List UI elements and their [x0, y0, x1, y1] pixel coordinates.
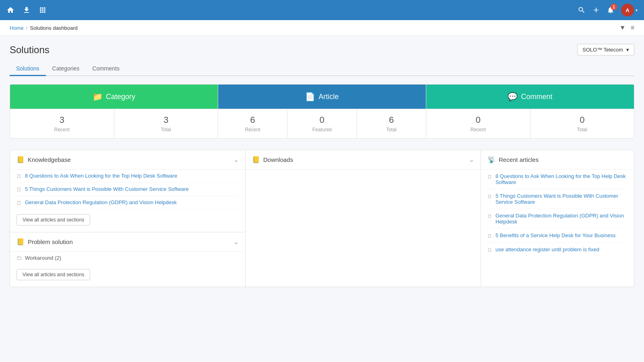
list-item: 🗋 General Data Protection Regulation (GD… — [487, 209, 627, 229]
article-file-icon: 🗋 — [17, 186, 22, 192]
notifications-icon[interactable]: 1 — [607, 6, 615, 14]
recent-articles-panel: 📡 Recent articles 🗋 8 Questions to Ask W… — [481, 150, 634, 287]
avatar-caret-icon: ▾ — [636, 8, 638, 12]
knowledgebase-toggle-icon[interactable]: ⌄ — [233, 156, 239, 163]
tab-solutions[interactable]: Solutions — [10, 62, 46, 76]
problem-solution-toggle-icon[interactable]: ⌄ — [233, 238, 239, 246]
list-item: 🗋 5 Things Customers Want is Possible Wi… — [487, 189, 627, 209]
list-item: 🗋 General Data Protection Regulation (GD… — [17, 196, 239, 209]
tab-categories[interactable]: Categories — [46, 62, 86, 76]
downloads-empty — [246, 170, 481, 186]
recent-doc-icon: 🗋 — [487, 174, 492, 180]
recent-articles-title: 📡 Recent articles — [487, 156, 539, 163]
main-content: Solutions SOLO™ Telecom ▾ Solutions Cate… — [0, 36, 644, 295]
category-total-value: 3 — [118, 115, 215, 125]
article-total-value: 6 — [360, 115, 423, 125]
category-total-block: 3 Total — [114, 109, 218, 138]
recent-article-link-1[interactable]: 8 Questions to Ask When Looking for the … — [495, 173, 627, 185]
category-recent-label: Recent — [13, 127, 111, 132]
breadcrumb-separator: / — [26, 25, 28, 31]
knowledgebase-panel: 📒 Knowledgebase ⌄ 🗋 8 Questions to Ask W… — [10, 150, 245, 232]
top-navigation: 1 A ▾ — [0, 0, 644, 20]
download-icon[interactable] — [23, 6, 31, 14]
article-card-title: Article — [318, 93, 339, 101]
category-card-header: 📁 Category — [10, 85, 218, 109]
add-icon[interactable] — [592, 6, 600, 14]
problem-solution-book-icon: 📒 — [17, 238, 25, 246]
comment-card-title: Comment — [521, 93, 552, 101]
article-total-label: Total — [360, 127, 423, 132]
category-recent-value: 3 — [13, 115, 111, 125]
recent-articles-header: 📡 Recent articles — [481, 150, 634, 170]
comment-total-block: 0 Total — [530, 109, 634, 138]
list-item: 🗋 5 Things Customers Want is Possible Wi… — [17, 183, 239, 196]
topnav-left — [6, 6, 47, 14]
knowledgebase-title-text: Knowledgebase — [28, 156, 71, 163]
recent-doc-icon: 🗋 — [487, 233, 492, 239]
avatar: A — [621, 4, 634, 17]
problem-solution-panel: 📒 Problem solution ⌄ 🗀 Workaround (2) Vi… — [10, 232, 245, 287]
apps-icon[interactable] — [39, 6, 47, 14]
list-item: 🗋 5 Benefits of a Service Help Desk for … — [487, 229, 627, 243]
knowledgebase-book-icon: 📒 — [17, 156, 25, 163]
article-stat-card: 📄 Article 6 Recent 0 Featured 6 Total — [218, 85, 426, 138]
comment-total-label: Total — [534, 127, 631, 132]
menu-icon[interactable]: ≡ — [631, 24, 634, 31]
home-icon[interactable] — [6, 6, 14, 14]
article-recent-value: 6 — [221, 115, 284, 125]
downloads-book-icon: 📒 — [252, 156, 260, 163]
article-featured-block: 0 Featured — [287, 109, 357, 138]
workaround-label: Workaround (2) — [25, 255, 61, 261]
user-avatar-wrapper[interactable]: A ▾ — [621, 4, 638, 17]
problem-solution-title: 📒 Problem solution — [17, 238, 73, 246]
article-file-icon: 🗋 — [17, 200, 22, 206]
recent-article-link-3[interactable]: General Data Protection Regulation (GDPR… — [495, 213, 627, 225]
knowledgebase-view-all-button[interactable]: View all articles and sections — [17, 214, 90, 225]
page-title: Solutions — [10, 44, 50, 56]
downloads-panel: 📒 Downloads ⌄ — [246, 150, 481, 287]
comment-recent-value: 0 — [429, 115, 527, 125]
article-recent-block: 6 Recent — [218, 109, 287, 138]
tab-comments[interactable]: Comments — [86, 62, 126, 76]
recent-articles-body: 🗋 8 Questions to Ask When Looking for th… — [481, 170, 634, 263]
knowledgebase-article-link-2[interactable]: 5 Things Customers Want is Possible With… — [25, 186, 189, 192]
page-header: Solutions SOLO™ Telecom ▾ — [10, 44, 634, 56]
filter-icon[interactable]: ▼ — [619, 24, 626, 31]
article-card-header: 📄 Article — [218, 85, 426, 109]
knowledgebase-header: 📒 Knowledgebase ⌄ — [10, 150, 245, 170]
list-item: 🗀 Workaround (2) — [17, 252, 239, 264]
comment-card-header: 💬 Comment — [426, 85, 634, 109]
comment-numbers: 0 Recent 0 Total — [426, 109, 634, 138]
comment-stat-card: 💬 Comment 0 Recent 0 Total — [426, 85, 634, 138]
comment-recent-block: 0 Recent — [426, 109, 530, 138]
article-doc-icon: 📄 — [305, 92, 315, 101]
downloads-toggle-icon[interactable]: ⌄ — [469, 156, 474, 163]
list-item: 🗋 8 Questions to Ask When Looking for th… — [487, 170, 627, 189]
company-dropdown[interactable]: SOLO™ Telecom ▾ — [577, 44, 634, 56]
recent-articles-title-text: Recent articles — [499, 156, 539, 163]
problem-solution-body: 🗀 Workaround (2) View all articles and s… — [10, 252, 245, 287]
list-item: 🗋 use attendance register until problem … — [487, 243, 627, 257]
problem-solution-view-all-button[interactable]: View all articles and sections — [17, 269, 90, 280]
recent-doc-icon: 🗋 — [487, 247, 492, 253]
company-dropdown-caret-icon: ▾ — [626, 47, 629, 53]
article-total-block: 6 Total — [357, 109, 426, 138]
breadcrumb-home-link[interactable]: Home — [10, 25, 24, 31]
breadcrumb-actions: ▼ ≡ — [619, 24, 634, 31]
article-featured-value: 0 — [291, 115, 353, 125]
knowledgebase-article-link-1[interactable]: 8 Questions to Ask When Looking for the … — [25, 173, 177, 179]
folder-icon: 🗀 — [17, 255, 22, 261]
category-total-label: Total — [118, 127, 215, 132]
recent-article-link-4[interactable]: 5 Benefits of a Service Help Desk for Yo… — [495, 232, 615, 238]
downloads-title: 📒 Downloads — [252, 156, 293, 163]
comment-total-value: 0 — [534, 115, 631, 125]
article-recent-label: Recent — [221, 127, 284, 132]
knowledgebase-body: 🗋 8 Questions to Ask When Looking for th… — [10, 170, 245, 232]
category-recent-block: 3 Recent — [10, 109, 114, 138]
recent-article-link-2[interactable]: 5 Things Customers Want is Possible With… — [495, 193, 627, 205]
search-icon[interactable] — [578, 6, 586, 14]
knowledgebase-article-link-3[interactable]: General Data Protection Regulation (GDPR… — [25, 199, 177, 205]
recent-article-link-5[interactable]: use attendance register until problem is… — [495, 246, 599, 252]
breadcrumb-current: Solutions dashboard — [30, 25, 78, 31]
article-featured-label: Featured — [291, 127, 353, 132]
